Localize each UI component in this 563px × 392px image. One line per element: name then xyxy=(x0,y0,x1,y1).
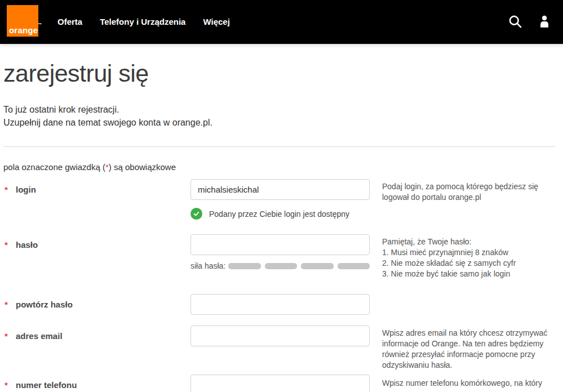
registration-page: zarejestruj się To już ostatni krok reje… xyxy=(0,60,563,392)
login-label-cell: * login xyxy=(3,179,190,194)
password-strength-label: siła hasła: xyxy=(190,261,228,270)
login-input-cell: Podany przez Ciebie login jest dostępny xyxy=(190,179,370,220)
search-icon xyxy=(507,14,523,31)
strength-bar-segment xyxy=(228,263,261,269)
success-check-icon xyxy=(190,208,202,220)
repeat-password-row: * powtórz hasło xyxy=(3,294,555,315)
repeat-password-label: powtórz hasło xyxy=(16,300,73,309)
password-rule: 1. Musi mieć przynajmniej 8 znaków xyxy=(382,247,555,258)
login-row: * login Podany przez Ciebie login jest d… xyxy=(3,179,555,220)
top-navigation-bar: orange™ Oferta Telefony i Urządzenia Wię… xyxy=(0,0,563,44)
phone-label-cell: * numer telefonu xyxy=(3,375,190,390)
email-help-text: Wpisz adres email na który chcesz otrzym… xyxy=(370,326,555,371)
nav-item-telefony-i-urzadzenia[interactable]: Telefony i Urządzenia xyxy=(100,0,185,44)
intro-line-2: Uzupełnij dane na temat swojego konta w … xyxy=(3,116,555,129)
phone-label: numer telefonu xyxy=(16,380,77,390)
password-help-text: Pamiętaj, że Twoje hasło: 1. Musi mieć p… xyxy=(370,234,555,279)
intro-line-1: To już ostatni krok rejestracji. xyxy=(3,103,555,116)
page-title: zarejestruj się xyxy=(3,60,555,87)
email-label-cell: * adres email xyxy=(3,326,190,341)
repeat-password-required-asterisk: * xyxy=(3,300,16,309)
password-row: * hasło siła hasła: Pamiętaj, że Twoje h… xyxy=(3,234,555,279)
login-help-text: Podaj login, za pomocą którego będziesz … xyxy=(370,179,555,203)
trademark-symbol: ™ xyxy=(38,23,42,26)
password-strength-bars xyxy=(228,263,370,269)
section-divider xyxy=(3,146,555,147)
email-input[interactable] xyxy=(190,326,370,346)
email-input-cell xyxy=(190,326,370,346)
email-required-asterisk: * xyxy=(3,331,16,341)
repeat-password-label-cell: * powtórz hasło xyxy=(3,294,190,309)
main-nav: Oferta Telefony i Urządzenia Więcej xyxy=(57,0,230,44)
password-label: hasło xyxy=(16,240,38,250)
password-rule: 3. Nie może być takie samo jak login xyxy=(382,269,555,279)
login-label: login xyxy=(16,185,36,194)
login-required-asterisk: * xyxy=(3,185,16,194)
orange-logo[interactable]: orange™ xyxy=(7,5,38,37)
login-availability-status: Podany przez Ciebie login jest dostępny xyxy=(190,208,370,220)
orange-logo-text: orange™ xyxy=(7,26,42,37)
account-button[interactable] xyxy=(536,14,553,30)
password-help-title: Pamiętaj, że Twoje hasło: xyxy=(382,237,555,247)
strength-bar-segment xyxy=(265,263,298,269)
login-availability-text: Podany przez Ciebie login jest dostępny xyxy=(209,210,349,219)
strength-bar-segment xyxy=(301,263,334,269)
password-input-cell: siła hasła: xyxy=(190,234,370,270)
password-rule: 2. Nie może składać się z samych cyfr xyxy=(382,258,555,269)
phone-input[interactable] xyxy=(190,375,370,392)
repeat-password-help-empty xyxy=(370,294,555,296)
phone-help-text: Wpisz numer telefonu komórkowego, na któ… xyxy=(370,375,555,392)
password-label-cell: * hasło xyxy=(3,234,190,250)
email-row: * adres email Wpisz adres email na który… xyxy=(3,326,555,371)
search-button[interactable] xyxy=(507,14,524,30)
strength-bar-segment xyxy=(338,263,370,269)
phone-input-cell xyxy=(190,375,370,392)
phone-row: * numer telefonu Wpisz numer telefonu ko… xyxy=(3,375,555,392)
phone-required-asterisk: * xyxy=(3,380,16,390)
email-label: adres email xyxy=(16,331,63,341)
password-strength-meter: siła hasła: xyxy=(190,261,370,270)
topbar-icons xyxy=(507,0,553,44)
password-required-asterisk: * xyxy=(3,240,16,250)
nav-item-wiecej[interactable]: Więcej xyxy=(203,0,229,44)
password-input[interactable] xyxy=(190,234,370,255)
password-rules-list: 1. Musi mieć przynajmniej 8 znaków 2. Ni… xyxy=(382,247,555,279)
login-input[interactable] xyxy=(190,179,370,200)
user-icon xyxy=(537,14,552,30)
repeat-password-input[interactable] xyxy=(190,294,370,315)
required-fields-note: pola oznaczone gwiazdką (*) są obowiązko… xyxy=(3,162,555,172)
registration-form: * login Podany przez Ciebie login jest d… xyxy=(3,179,555,392)
intro-text: To już ostatni krok rejestracji. Uzupełn… xyxy=(3,103,555,129)
nav-item-oferta[interactable]: Oferta xyxy=(57,0,82,44)
repeat-password-input-cell xyxy=(190,294,370,315)
